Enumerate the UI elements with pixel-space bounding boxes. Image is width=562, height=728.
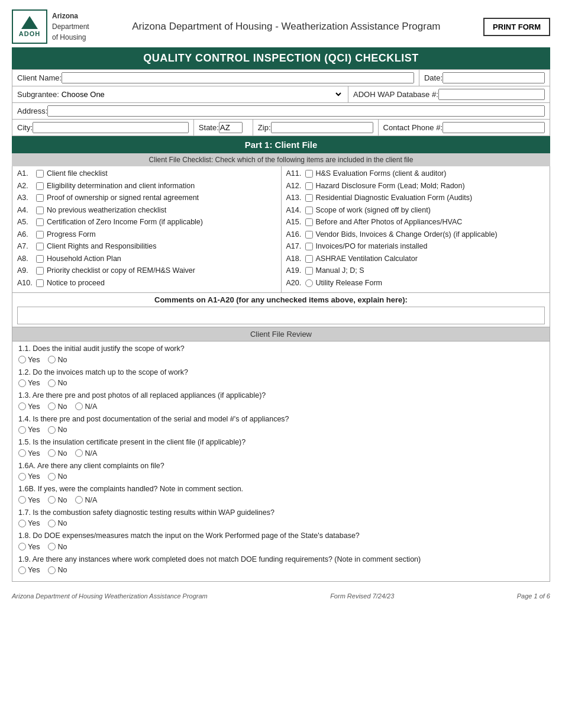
radio-option: Yes [18, 449, 40, 458]
subgrantee-cell: Subgrantee: Choose One [12, 86, 348, 102]
city-input[interactable] [33, 122, 189, 133]
question-block: 1.5. Is the insulation certificate prese… [18, 437, 544, 458]
checklist-checkbox[interactable] [305, 194, 313, 202]
item-label: Notice to proceed [47, 278, 105, 289]
zip-label: Zip: [258, 123, 271, 132]
question-text: 1.3. Are there pre and post photos of al… [18, 391, 544, 401]
city-row: City: State: Zip: Contact Phone #: [12, 120, 550, 136]
checklist-checkbox[interactable] [305, 255, 313, 263]
wap-input[interactable] [438, 89, 545, 100]
item-label: Client Rights and Responsibilities [47, 241, 157, 252]
checklist-checkbox[interactable] [305, 243, 313, 250]
radio-option: Yes [18, 379, 40, 387]
radio-label: No [57, 472, 67, 481]
print-button[interactable]: PRINT FORM [483, 18, 550, 36]
checklist-item: A12.Hazard Disclosure Form (Lead; Mold; … [286, 181, 545, 192]
checklist-item: A14.Scope of work (signed off by client) [286, 205, 545, 216]
radio-row: YesNo [18, 356, 544, 364]
date-input[interactable] [443, 72, 545, 83]
checklist-checkbox[interactable] [305, 207, 313, 214]
radio-option: N/A [75, 496, 97, 504]
item-id: A20. [286, 278, 305, 289]
comments-box[interactable] [17, 307, 545, 324]
item-label: Priority checklist or copy of REM/H&S Wa… [47, 266, 195, 276]
radio-input-no[interactable] [48, 426, 56, 434]
radio-input-no[interactable] [48, 566, 56, 574]
checklist-area: A1.Client file checklistA2.Eligibility d… [12, 166, 550, 293]
radio-option: Yes [18, 566, 40, 574]
radio-input-yes[interactable] [18, 402, 26, 410]
radio-input-yes[interactable] [18, 543, 26, 550]
checklist-checkbox[interactable] [36, 182, 44, 190]
subgrantee-select[interactable]: Choose One [59, 89, 343, 99]
checklist-checkbox[interactable] [36, 255, 44, 263]
radio-label: No [57, 496, 67, 504]
question-text: 1.2. Do the invoices match up to the sco… [18, 368, 544, 378]
radio-input-n/a[interactable] [75, 496, 83, 504]
checklist-item: A16.Vendor Bids, Invoices & Change Order… [286, 230, 545, 240]
item-label: Eligibility determination and client inf… [47, 181, 195, 192]
radio-input-n/a[interactable] [75, 449, 83, 457]
checklist-checkbox[interactable] [36, 218, 44, 226]
item-id: A9. [17, 266, 36, 276]
radio-label: Yes [28, 496, 40, 504]
footer-left: Arizona Department of Housing Weatheriza… [12, 592, 208, 600]
checklist-checkbox[interactable] [305, 267, 313, 275]
phone-input[interactable] [443, 122, 545, 133]
state-cell: State: [194, 120, 253, 136]
radio-input-yes[interactable] [18, 379, 26, 387]
radio-input-no[interactable] [48, 449, 56, 457]
question-block: 1.2. Do the invoices match up to the sco… [18, 368, 544, 388]
radio-option: N/A [75, 449, 97, 458]
item-label: Vendor Bids, Invoices & Change Order(s) … [316, 230, 498, 240]
radio-row: YesNo [18, 543, 544, 551]
radio-input-yes[interactable] [18, 520, 26, 527]
radio-label: Yes [28, 566, 40, 574]
radio-input-yes[interactable] [18, 449, 26, 457]
question-text: 1.6B. If yes, were the complaints handle… [18, 484, 544, 495]
radio-input-no[interactable] [48, 402, 56, 410]
checklist-checkbox[interactable] [36, 279, 44, 287]
radio-option: No [48, 356, 67, 364]
checklist-radio[interactable] [305, 279, 313, 287]
radio-input-yes[interactable] [18, 496, 26, 504]
checklist-checkbox[interactable] [36, 231, 44, 239]
checklist-checkbox[interactable] [36, 267, 44, 275]
address-input[interactable] [47, 105, 545, 117]
radio-input-no[interactable] [48, 496, 56, 504]
question-block: 1.7. Is the combustion safety diagnostic… [18, 508, 544, 528]
question-block: 1.8. Do DOE expenses/measures match the … [18, 531, 544, 551]
radio-input-no[interactable] [48, 520, 56, 527]
radio-input-no[interactable] [48, 356, 56, 363]
radio-input-yes[interactable] [18, 473, 26, 481]
address-label: Address: [17, 107, 47, 115]
questions-area: 1.1. Does the initial audit justify the … [12, 342, 550, 582]
radio-input-yes[interactable] [18, 426, 26, 434]
checklist-checkbox[interactable] [305, 231, 313, 239]
radio-input-yes[interactable] [18, 356, 26, 363]
question-block: 1.6B. If yes, were the complaints handle… [18, 484, 544, 504]
radio-input-no[interactable] [48, 379, 56, 387]
checklist-checkbox[interactable] [305, 218, 313, 226]
checklist-checkbox[interactable] [36, 194, 44, 202]
radio-input-yes[interactable] [18, 566, 26, 574]
question-text: 1.5. Is the insulation certificate prese… [18, 437, 544, 448]
checklist-checkbox[interactable] [36, 170, 44, 178]
radio-input-n/a[interactable] [75, 402, 83, 410]
item-id: A2. [17, 181, 36, 192]
item-id: A10. [17, 278, 36, 289]
date-cell: Date: [419, 70, 550, 86]
checklist-checkbox[interactable] [305, 170, 313, 178]
radio-input-no[interactable] [48, 473, 56, 481]
item-id: A6. [17, 230, 36, 240]
client-name-input[interactable] [62, 72, 414, 83]
checklist-checkbox[interactable] [36, 243, 44, 250]
radio-input-no[interactable] [48, 543, 56, 550]
question-block: 1.6A. Are there any client complaints on… [18, 461, 544, 481]
question-text: 1.6A. Are there any client complaints on… [18, 461, 544, 472]
state-input[interactable] [219, 122, 243, 133]
checklist-checkbox[interactable] [36, 207, 44, 214]
phone-label: Contact Phone #: [383, 123, 443, 132]
checklist-checkbox[interactable] [305, 182, 313, 190]
zip-input[interactable] [271, 122, 373, 133]
